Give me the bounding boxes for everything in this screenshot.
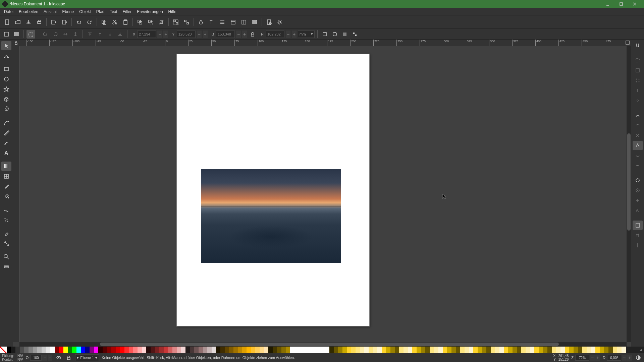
rectangle-tool[interactable] bbox=[1, 64, 11, 74]
color-swatch[interactable] bbox=[299, 347, 303, 353]
palette-menu-button[interactable]: ◂ bbox=[637, 347, 644, 353]
no-color-swatch[interactable] bbox=[0, 347, 7, 353]
color-swatch[interactable] bbox=[42, 347, 46, 353]
color-swatch[interactable] bbox=[63, 347, 68, 353]
menu-ansicht[interactable]: Ansicht bbox=[41, 9, 59, 15]
rot-plus-button[interactable]: + bbox=[627, 355, 632, 361]
menu-datei[interactable]: Datei bbox=[1, 9, 16, 15]
color-swatch[interactable] bbox=[111, 347, 116, 353]
color-swatch[interactable] bbox=[482, 347, 486, 353]
color-swatch[interactable] bbox=[399, 347, 404, 353]
import-button[interactable] bbox=[49, 17, 59, 27]
vertical-scrollbar[interactable] bbox=[627, 46, 631, 342]
snap-rotation-center-button[interactable] bbox=[633, 196, 643, 205]
color-swatch[interactable] bbox=[591, 347, 595, 353]
color-swatch[interactable] bbox=[347, 347, 351, 353]
color-swatch[interactable] bbox=[268, 347, 273, 353]
snap-smooth-button[interactable] bbox=[633, 151, 643, 160]
color-swatch[interactable] bbox=[168, 347, 172, 353]
mesh-tool[interactable] bbox=[1, 172, 11, 181]
color-swatch[interactable] bbox=[7, 347, 11, 353]
opacity-input[interactable] bbox=[30, 355, 42, 361]
rot-minus-button[interactable]: − bbox=[622, 355, 627, 361]
preferences-button[interactable] bbox=[275, 17, 285, 27]
color-swatch[interactable] bbox=[216, 347, 220, 353]
color-swatch[interactable] bbox=[530, 347, 534, 353]
color-swatch[interactable] bbox=[495, 347, 499, 353]
color-swatch[interactable] bbox=[116, 347, 120, 353]
cut-button[interactable] bbox=[110, 17, 120, 27]
xml-dialog-button[interactable] bbox=[228, 17, 238, 27]
color-swatch[interactable] bbox=[356, 347, 360, 353]
spiral-tool[interactable] bbox=[1, 105, 11, 114]
color-swatch[interactable] bbox=[155, 347, 159, 353]
color-swatch[interactable] bbox=[129, 347, 133, 353]
snap-bbox-center-button[interactable] bbox=[633, 96, 643, 105]
color-swatch[interactable] bbox=[325, 347, 329, 353]
color-swatch[interactable] bbox=[425, 347, 430, 353]
color-swatch[interactable] bbox=[146, 347, 151, 353]
color-swatch[interactable] bbox=[574, 347, 578, 353]
snap-toggle-button[interactable] bbox=[633, 41, 643, 50]
color-swatch[interactable] bbox=[443, 347, 447, 353]
color-swatch[interactable] bbox=[613, 347, 617, 353]
clone-button[interactable] bbox=[146, 17, 156, 27]
color-swatch[interactable] bbox=[207, 347, 212, 353]
menu-pfad[interactable]: Pfad bbox=[94, 9, 107, 15]
color-swatch[interactable] bbox=[247, 347, 251, 353]
color-swatch[interactable] bbox=[508, 347, 513, 353]
color-swatch[interactable] bbox=[255, 347, 260, 353]
color-swatch[interactable] bbox=[517, 347, 521, 353]
color-swatch[interactable] bbox=[465, 347, 469, 353]
color-swatch[interactable] bbox=[46, 347, 50, 353]
node-tool[interactable] bbox=[1, 51, 11, 60]
x-minus-button[interactable]: − bbox=[157, 31, 162, 38]
ungroup-button[interactable] bbox=[181, 17, 192, 27]
color-swatch[interactable] bbox=[142, 347, 146, 353]
color-swatch[interactable] bbox=[604, 347, 608, 353]
color-swatch[interactable] bbox=[194, 347, 199, 353]
color-swatch[interactable] bbox=[421, 347, 425, 353]
snap-object-center-button[interactable] bbox=[633, 186, 643, 195]
zoom-plus-button[interactable]: + bbox=[595, 355, 600, 361]
color-swatch[interactable] bbox=[386, 347, 390, 353]
lower-bottom-button[interactable] bbox=[116, 30, 124, 39]
menu-hilfe[interactable]: Hilfe bbox=[166, 9, 179, 15]
save-button[interactable] bbox=[23, 17, 34, 27]
color-swatch[interactable] bbox=[85, 347, 90, 353]
color-swatch[interactable] bbox=[526, 347, 530, 353]
rotate-ccw-button[interactable] bbox=[41, 30, 50, 39]
color-swatch[interactable] bbox=[565, 347, 569, 353]
vertical-ruler[interactable] bbox=[13, 46, 19, 342]
color-swatch[interactable] bbox=[124, 347, 129, 353]
color-swatch[interactable] bbox=[55, 347, 59, 353]
color-swatch[interactable] bbox=[151, 347, 155, 353]
w-plus-button[interactable]: + bbox=[242, 31, 247, 38]
colormode-button[interactable] bbox=[635, 354, 642, 361]
color-swatch[interactable] bbox=[290, 347, 294, 353]
color-swatch[interactable] bbox=[277, 347, 281, 353]
paste-button[interactable] bbox=[120, 17, 130, 27]
color-swatch[interactable] bbox=[172, 347, 177, 353]
color-swatch[interactable] bbox=[395, 347, 399, 353]
color-swatch[interactable] bbox=[308, 347, 312, 353]
color-swatch[interactable] bbox=[622, 347, 626, 353]
display-mode-button[interactable] bbox=[625, 40, 631, 46]
color-swatch[interactable] bbox=[81, 347, 85, 353]
color-swatch[interactable] bbox=[543, 347, 547, 353]
connector-tool[interactable] bbox=[1, 239, 11, 248]
color-swatch[interactable] bbox=[351, 347, 356, 353]
zoom-input[interactable] bbox=[575, 355, 589, 361]
color-swatch[interactable] bbox=[177, 347, 181, 353]
lock-wh-button[interactable] bbox=[248, 30, 257, 39]
snap-page-border-button[interactable] bbox=[633, 221, 643, 230]
color-swatch[interactable] bbox=[203, 347, 207, 353]
menu-objekt[interactable]: Objekt bbox=[76, 9, 94, 15]
color-swatch[interactable] bbox=[608, 347, 613, 353]
unlink-clone-button[interactable] bbox=[156, 17, 166, 27]
color-swatch[interactable] bbox=[37, 347, 42, 353]
dropper-tool[interactable] bbox=[1, 182, 11, 191]
color-swatch[interactable] bbox=[251, 347, 255, 353]
color-swatch[interactable] bbox=[534, 347, 539, 353]
color-swatch[interactable] bbox=[11, 347, 15, 353]
